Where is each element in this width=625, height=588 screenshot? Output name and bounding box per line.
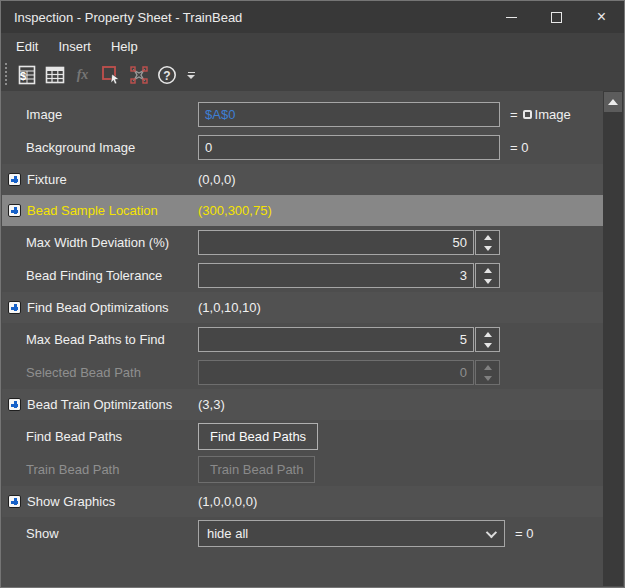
overflow-chevron-icon (188, 72, 195, 73)
row-image: Image $A$0 = Image (2, 98, 603, 131)
show-equals: = 0 (515, 526, 533, 541)
row-max-width-deviation: Max Width Deviation (%) 50 (2, 226, 603, 259)
minimize-icon (506, 17, 517, 18)
max-bead-paths-input[interactable]: 5 (198, 327, 474, 352)
scroll-up-button[interactable] (604, 92, 622, 112)
train-bead-path-button: Train Bead Path (198, 456, 315, 483)
help-button[interactable]: ? (153, 62, 180, 89)
expand-icon[interactable] (8, 398, 21, 411)
property-label: Show (26, 526, 198, 541)
property-label: Train Bead Path (26, 462, 198, 477)
calibration-target-button[interactable] (125, 62, 152, 89)
find-bead-paths-button[interactable]: Find Bead Paths (198, 423, 318, 450)
table-grid-icon (44, 65, 66, 85)
scroll-up-icon (608, 99, 618, 105)
spin-down-button[interactable] (476, 340, 499, 351)
property-label: Max Width Deviation (%) (26, 235, 198, 250)
row-show-graphics[interactable]: Show Graphics (1,0,0,0,0) (2, 486, 603, 517)
spin-up-icon (484, 332, 492, 337)
close-icon: × (597, 9, 606, 25)
titlebar: Inspection - Property Sheet - TrainBead … (1, 1, 624, 33)
row-find-bead-paths: Find Bead Paths Find Bead Paths (2, 420, 603, 453)
spin-down-button[interactable] (476, 276, 499, 287)
row-show: Show hide all = 0 (2, 517, 603, 550)
group-label: Find Bead Optimizations (27, 300, 198, 315)
selected-bead-path-input: 0 (198, 360, 474, 385)
max-width-deviation-input[interactable]: 50 (198, 230, 474, 255)
function-fx-icon: fx (77, 67, 89, 83)
spin-down-icon (484, 343, 492, 348)
expand-icon[interactable] (8, 495, 21, 508)
group-label: Bead Train Optimizations (27, 397, 198, 412)
menu-help[interactable]: Help (101, 36, 148, 57)
chevron-down-icon (486, 526, 497, 537)
group-label: Show Graphics (27, 494, 198, 509)
group-value: (300,300,75) (198, 203, 272, 218)
vertical-scrollbar[interactable] (603, 91, 623, 586)
bead-finding-tolerance-input[interactable]: 3 (198, 263, 474, 288)
spin-up-icon (484, 268, 492, 273)
calibration-target-icon (128, 64, 150, 86)
background-image-equals: = 0 (510, 140, 528, 155)
window-title: Inspection - Property Sheet - TrainBead (1, 10, 489, 25)
image-input[interactable]: $A$0 (198, 102, 500, 127)
menubar: Edit Insert Help (1, 33, 624, 59)
spin-up-button[interactable] (476, 232, 499, 243)
spin-down-button (476, 373, 499, 384)
menu-insert[interactable]: Insert (48, 36, 101, 57)
table-grid-button[interactable] (41, 62, 68, 89)
background-image-input[interactable]: 0 (198, 135, 500, 160)
group-value: (3,3) (198, 397, 225, 412)
selected-bead-path-spinner (475, 360, 500, 385)
property-label: Find Bead Paths (26, 429, 198, 444)
row-bead-sample-location[interactable]: Bead Sample Location (300,300,75) (2, 195, 603, 226)
help-icon: ? (156, 64, 178, 86)
property-label: Background Image (26, 140, 198, 155)
property-label: Max Bead Paths to Find (26, 332, 198, 347)
property-label: Image (26, 107, 198, 122)
toolbar-overflow-button[interactable] (183, 62, 199, 89)
group-value: (1,0,0,0,0) (198, 494, 257, 509)
close-button[interactable]: × (579, 1, 624, 33)
row-train-bead-path: Train Bead Path Train Bead Path (2, 453, 603, 486)
maximize-button[interactable] (534, 1, 579, 33)
row-fixture[interactable]: Fixture (0,0,0) (2, 164, 603, 195)
row-find-bead-optimizations[interactable]: Find Bead Optimizations (1,0,10,10) (2, 292, 603, 323)
property-grid: Image $A$0 = Image Background Image 0 = … (2, 91, 603, 586)
group-value: (1,0,10,10) (198, 300, 261, 315)
row-bead-finding-tolerance: Bead Finding Tolerance 3 (2, 259, 603, 292)
show-dropdown[interactable]: hide all (198, 520, 505, 547)
image-type-icon (523, 110, 532, 119)
function-fx-button: fx (69, 62, 96, 89)
show-dropdown-value: hide all (207, 526, 486, 541)
group-value: (0,0,0) (198, 172, 236, 187)
svg-text:$: $ (19, 70, 25, 82)
spin-down-button[interactable] (476, 243, 499, 254)
datasheet-dollar-button[interactable]: $ (13, 62, 40, 89)
maximize-icon (551, 12, 562, 23)
expand-icon[interactable] (8, 301, 21, 314)
select-region-button[interactable] (97, 62, 124, 89)
spin-down-icon (484, 279, 492, 284)
group-label: Bead Sample Location (27, 203, 198, 218)
image-equals: = Image (510, 107, 571, 122)
row-bead-train-optimizations[interactable]: Bead Train Optimizations (3,3) (2, 389, 603, 420)
minimize-button[interactable] (489, 1, 534, 33)
select-region-icon (100, 64, 122, 86)
group-label: Fixture (27, 172, 198, 187)
spin-up-button (476, 362, 499, 373)
toolbar: $ fx (1, 59, 624, 91)
max-width-deviation-spinner (475, 230, 500, 255)
image-value: $A$0 (205, 107, 235, 122)
toolbar-grip[interactable] (5, 63, 9, 87)
property-label: Bead Finding Tolerance (26, 268, 198, 283)
spin-up-button[interactable] (476, 265, 499, 276)
expand-icon[interactable] (8, 204, 21, 217)
property-label: Selected Bead Path (26, 365, 198, 380)
menu-edit[interactable]: Edit (6, 36, 48, 57)
bead-finding-tolerance-spinner (475, 263, 500, 288)
row-max-bead-paths: Max Bead Paths to Find 5 (2, 323, 603, 356)
spin-down-icon (484, 246, 492, 251)
spin-up-button[interactable] (476, 329, 499, 340)
expand-icon[interactable] (8, 173, 21, 186)
